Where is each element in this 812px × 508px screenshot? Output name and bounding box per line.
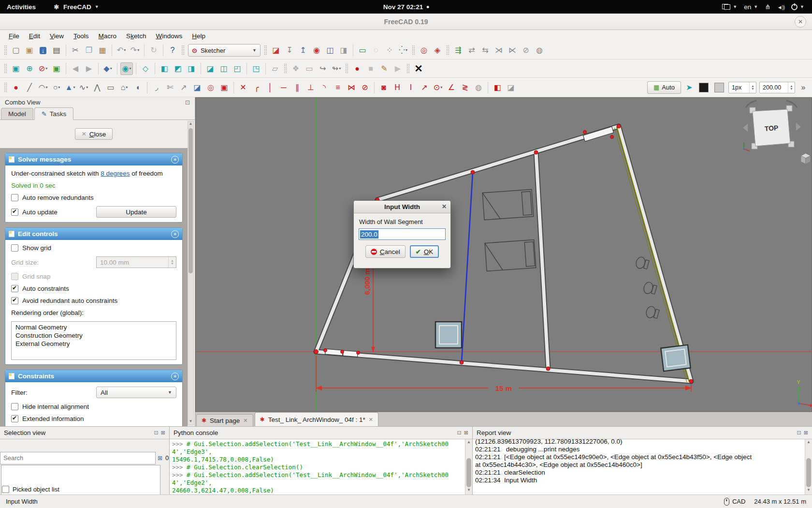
view-axonometric-icon[interactable]: ◇	[139, 62, 152, 75]
spinner-arrows-icon[interactable]: ▲▼	[788, 82, 795, 93]
constrain-radius-icon[interactable]: ⊙▾	[432, 81, 444, 94]
toolbar-overflow-icon[interactable]: »	[797, 81, 810, 94]
menu-sketch[interactable]: Sketch	[121, 31, 151, 41]
create-sketch-icon[interactable]: ◪	[270, 44, 282, 57]
width-input[interactable]: 200.0	[359, 228, 446, 240]
chevron-down-icon[interactable]: ▾	[440, 86, 442, 90]
list-item[interactable]: Normal Geometry	[15, 323, 172, 331]
chevron-down-icon[interactable]: ▾	[45, 67, 47, 71]
view-top-icon[interactable]: ◩	[172, 62, 184, 75]
create-circle-icon[interactable]: ○▾	[50, 81, 63, 94]
auto-remove-redundants-checkbox[interactable]	[11, 194, 18, 201]
auto-update-checkbox[interactable]	[11, 209, 18, 216]
search-input[interactable]	[0, 452, 156, 464]
python-console-body[interactable]: >>> # Gui.Selection.addSelection('Test__…	[170, 439, 472, 494]
toggle-driving-constraint-icon[interactable]: ◧	[491, 81, 504, 94]
fit-all-icon[interactable]: ▣	[10, 62, 22, 75]
measure-distance-icon[interactable]: ▱	[269, 62, 281, 75]
constrain-distance-y-icon[interactable]: I	[405, 81, 417, 94]
navigation-cube[interactable]: TOP	[743, 101, 811, 164]
scroll-up-icon[interactable]: ▲	[805, 440, 812, 446]
whats-this-icon[interactable]: ?	[166, 44, 179, 57]
toolbar-grip[interactable]	[4, 45, 7, 56]
create-arc-icon[interactable]: ◠▾	[37, 81, 49, 94]
toolbar-grip[interactable]	[345, 63, 348, 74]
create-polygon-icon[interactable]: ⌂▾	[118, 81, 130, 94]
picked-object-list-checkbox[interactable]	[2, 486, 9, 493]
create-fillet-icon[interactable]: ◞	[150, 81, 163, 94]
constrain-block-icon[interactable]: ⊘	[359, 81, 371, 94]
avoid-redundant-checkbox[interactable]	[11, 297, 18, 304]
select-malformed-constraints-icon[interactable]: ⋉	[506, 44, 519, 57]
navigation-style-selector[interactable]: CAD	[724, 498, 745, 506]
dialog-close-icon[interactable]	[442, 203, 447, 210]
view-bottom-icon[interactable]: ◫	[218, 62, 230, 75]
create-conic-icon[interactable]: ▲▾	[64, 81, 76, 94]
grid-snap-checkbox[interactable]	[11, 273, 18, 280]
create-part-icon[interactable]: ❖	[290, 62, 302, 75]
constrain-vertical-icon[interactable]: │	[264, 81, 276, 94]
view-axonometric-2-icon[interactable]: ◳	[250, 62, 262, 75]
combo-tab-model[interactable]: Model	[1, 108, 33, 120]
chevron-down-icon[interactable]: ▾	[45, 86, 47, 90]
list-item[interactable]: External Geometry	[15, 340, 172, 348]
nav-forward-icon[interactable]: ▶	[83, 62, 95, 75]
menu-macro[interactable]: Macro	[94, 31, 122, 41]
network-icon[interactable]	[765, 3, 770, 11]
select-vertices-icon[interactable]: ◌	[370, 44, 382, 57]
tab-close-icon[interactable]	[243, 418, 247, 424]
close-panel-icon[interactable]	[804, 430, 808, 436]
document-tab[interactable]: Test_ Link_ ArchWindow_ 04f : 1*	[255, 412, 378, 426]
open-document-icon[interactable]: ▣	[23, 44, 36, 57]
scroll-up-icon[interactable]: ▲	[188, 121, 193, 127]
chevron-down-icon[interactable]: ▾	[126, 86, 128, 90]
create-point-icon[interactable]: ●	[10, 81, 22, 94]
constraints-filter-select[interactable]: All ▼	[96, 387, 176, 398]
chevron-down-icon[interactable]: ▾	[58, 86, 60, 90]
activities-button[interactable]: Activities	[0, 3, 43, 11]
save-document-icon[interactable]: ↓	[37, 44, 49, 57]
view-front-icon[interactable]: ◧	[158, 62, 171, 75]
update-button[interactable]: Update	[96, 206, 176, 218]
combo-tab-tasks[interactable]: Tasks	[34, 107, 73, 120]
chevron-down-icon[interactable]: ▾	[129, 67, 131, 71]
close-editing-icon[interactable]: ✕	[412, 62, 425, 75]
switch-virtual-space-icon[interactable]: ➤	[683, 81, 696, 94]
report-view-body[interactable]: (12126.839613709923, 112.78091331227006,…	[473, 439, 812, 494]
create-rectangle-icon[interactable]: ▭	[104, 81, 117, 94]
combo-view-scrollbar[interactable]: ▲ ▼	[188, 121, 194, 425]
macro-stop-icon[interactable]: ■	[364, 62, 377, 75]
cut-icon[interactable]: ✂	[69, 44, 82, 57]
menu-windows[interactable]: Windows	[151, 31, 187, 41]
menu-tools[interactable]: Tools	[69, 31, 94, 41]
tab-close-icon[interactable]	[369, 417, 373, 423]
leave-sketch-icon[interactable]: ↥	[297, 44, 309, 57]
hide-internal-checkbox[interactable]	[11, 403, 18, 410]
external-geometry-icon[interactable]: ◪	[191, 81, 203, 94]
cancel-button[interactable]: Cancel	[365, 245, 406, 258]
create-bspline-icon[interactable]: ∿▾	[77, 81, 90, 94]
toggle-internal-alignment-icon[interactable]: ◍	[472, 81, 485, 94]
validate-sketch-icon[interactable]: ◎	[418, 44, 430, 57]
trim-edge-icon[interactable]: ✄	[164, 81, 176, 94]
face-color-swatch[interactable]	[714, 83, 724, 92]
toolbar-grip[interactable]	[412, 45, 415, 56]
display-settings[interactable]: ▼	[722, 4, 737, 10]
macro-edit-icon[interactable]: ✎	[378, 62, 391, 75]
toolbar-grip[interactable]	[406, 63, 410, 74]
scrollbar-thumb[interactable]	[188, 128, 193, 273]
toolbar-grip[interactable]	[264, 45, 267, 56]
constrain-parallel-icon[interactable]: ∥	[291, 81, 304, 94]
macro-play-icon[interactable]: ▶	[392, 62, 404, 75]
constrain-angle-icon[interactable]: ∠	[445, 81, 458, 94]
select-redundant-constraints-icon[interactable]: ⇆	[479, 44, 492, 57]
line-color-swatch[interactable]	[699, 83, 709, 92]
select-constraints-chain-icon[interactable]: ⇄	[465, 44, 478, 57]
menu-view[interactable]: View	[45, 31, 69, 41]
make-link-icon[interactable]: ↪	[317, 62, 329, 75]
selected-edge-blue[interactable]	[462, 172, 473, 362]
create-slot-icon[interactable]: ◖	[131, 81, 144, 94]
auto-rendering-button[interactable]: ▦Auto	[647, 81, 681, 94]
dimension-width[interactable]: 15 m	[316, 356, 691, 392]
float-panel-icon[interactable]	[154, 430, 159, 436]
